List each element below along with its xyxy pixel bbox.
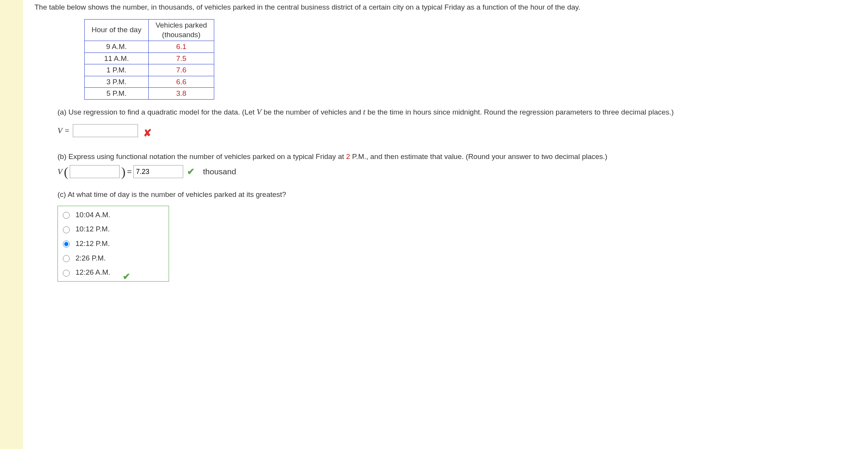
cell-hour: 5 P.M. — [85, 88, 149, 100]
option-label: 12:12 P.M. — [75, 239, 110, 249]
table-header-row: Hour of the day Vehicles parked (thousan… — [85, 19, 214, 41]
option-radio-1[interactable] — [63, 226, 70, 233]
part-a: (a) Use regression to find a quadratic m… — [57, 107, 843, 140]
option-label: 2:26 P.M. — [75, 253, 106, 263]
part-b-prompt: (b) Express using functional notation th… — [57, 152, 843, 162]
option-row[interactable]: 2:26 P.M. — [60, 251, 111, 265]
part-a-prompt: (a) Use regression to find a quadratic m… — [57, 107, 843, 117]
part-b: (b) Express using functional notation th… — [57, 152, 843, 179]
part-b-text2: P.M., and then estimate that value. (Rou… — [350, 152, 607, 161]
cell-hour: 3 P.M. — [85, 76, 149, 88]
cell-hour: 9 A.M. — [85, 41, 149, 52]
option-label: 10:04 A.M. — [75, 210, 110, 220]
table-row: 9 A.M. 6.1 — [85, 41, 214, 52]
cell-value: 3.8 — [148, 88, 214, 100]
intro-text: The table below shows the number, in tho… — [34, 2, 843, 12]
option-radio-0[interactable] — [63, 212, 70, 219]
option-row[interactable]: 12:12 P.M. — [60, 236, 111, 251]
option-radio-2[interactable] — [63, 241, 70, 247]
var-v: V — [257, 107, 262, 116]
cell-hour: 11 A.M. — [85, 52, 149, 64]
table-row: 3 P.M. 6.6 — [85, 76, 214, 88]
part-b-expression: V( ) = ✔ thousand — [57, 165, 843, 178]
part-b-red: 2 — [346, 152, 350, 161]
option-label: 10:12 P.M. — [75, 224, 110, 234]
col-vehicles-header-line2: (thousands) — [162, 31, 200, 39]
part-a-text1: (a) Use regression to find a quadratic m… — [57, 108, 257, 116]
option-row[interactable]: 12:26 A.M. — [60, 265, 111, 280]
part-a-text3: be the time in hours since midnight. Rou… — [365, 108, 674, 116]
equals-sign: = — [127, 166, 131, 177]
correct-icon: ✔ — [123, 270, 130, 283]
table-row: 11 A.M. 7.5 — [85, 52, 214, 64]
part-a-lhs: V = — [57, 125, 70, 136]
part-a-text2: be the number of vehicles and — [261, 108, 363, 116]
close-paren-icon: ) — [121, 167, 125, 177]
col-vehicles-header: Vehicles parked (thousands) — [148, 19, 214, 41]
option-row[interactable]: 10:04 A.M. — [60, 208, 111, 222]
open-paren-icon: ( — [64, 167, 68, 177]
data-table: Hour of the day Vehicles parked (thousan… — [84, 19, 214, 100]
option-label: 12:26 A.M. — [75, 267, 110, 277]
part-c-prompt: (c) At what time of day is the number of… — [57, 190, 843, 200]
cell-value: 7.6 — [148, 64, 214, 76]
part-a-input[interactable] — [73, 124, 138, 137]
cell-hour: 1 P.M. — [85, 64, 149, 76]
option-radio-3[interactable] — [63, 255, 70, 262]
correct-icon: ✔ — [187, 166, 195, 178]
margin-strip — [0, 0, 23, 449]
cell-value: 7.5 — [148, 52, 214, 64]
part-c: (c) At what time of day is the number of… — [57, 190, 843, 282]
page: The table below shows the number, in tho… — [0, 0, 868, 449]
cell-value: 6.6 — [148, 76, 214, 88]
cell-value: 6.1 — [148, 41, 214, 52]
part-b-text1: (b) Express using functional notation th… — [57, 152, 346, 161]
col-vehicles-header-line1: Vehicles parked — [156, 21, 207, 29]
option-radio-4[interactable] — [63, 270, 70, 277]
content: The table below shows the number, in tho… — [23, 0, 858, 449]
part-b-value-input[interactable] — [133, 165, 183, 178]
table-row: 1 P.M. 7.6 — [85, 64, 214, 76]
part-a-equation: V = ✘ — [57, 121, 843, 140]
unit-label: thousand — [203, 166, 236, 177]
options-box: 10:04 A.M. 10:12 P.M. 12:12 P.M. 2:26 P.… — [57, 206, 169, 282]
incorrect-icon: ✘ — [143, 126, 152, 140]
part-b-arg-input[interactable] — [70, 165, 120, 178]
option-row[interactable]: 10:12 P.M. — [60, 222, 111, 236]
col-hour-header: Hour of the day — [85, 19, 149, 41]
func-letter: V — [57, 166, 62, 177]
table-row: 5 P.M. 3.8 — [85, 88, 214, 100]
